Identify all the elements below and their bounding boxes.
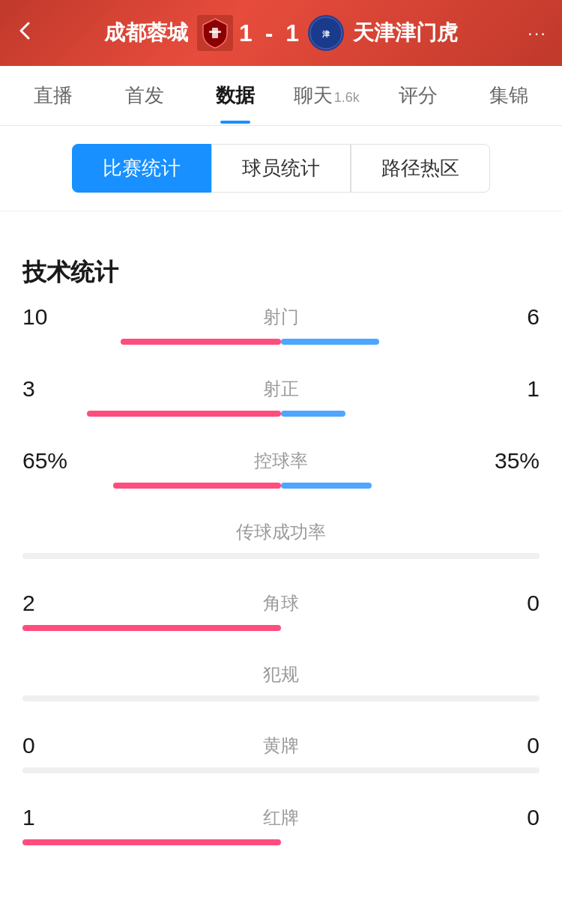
stat-label-possession: 控球率 <box>82 449 480 473</box>
tab-lineup[interactable]: 首发 <box>99 67 190 124</box>
stat-row-shots_on_target: 3射正1 <box>22 376 540 418</box>
tab-highlights[interactable]: 集锦 <box>463 67 555 124</box>
stat-label-fouls: 犯规 <box>82 662 480 686</box>
bar-track-fouls <box>22 695 540 701</box>
stats-container: 10射门63射正165%控球率35%传球成功率2角球0犯规0黄牌01红牌0 <box>0 304 562 847</box>
bar-track-pass_accuracy <box>22 553 540 559</box>
bar-empty-yellow_cards <box>22 767 540 775</box>
stat-left-val-corners: 2 <box>22 591 82 616</box>
tab-data[interactable]: 数据 <box>190 67 281 124</box>
stat-label-red_cards: 红牌 <box>82 806 480 830</box>
stat-row-pass_accuracy: 传球成功率 <box>22 520 540 561</box>
more-button[interactable]: ··· <box>517 22 547 43</box>
home-team-logo <box>197 15 233 51</box>
stat-row-red_cards: 1红牌0 <box>22 805 540 847</box>
back-button[interactable] <box>15 20 45 46</box>
header: 成都蓉城 1 - 1 津 天津津门虎 ··· <box>0 0 562 66</box>
stat-right-val-shots: 6 <box>480 304 540 330</box>
section-title: 技术统计 <box>0 234 562 304</box>
stat-label-pass_accuracy: 传球成功率 <box>82 520 480 544</box>
svg-text:津: 津 <box>322 30 330 38</box>
stat-left-val-yellow_cards: 0 <box>22 733 82 758</box>
stat-row-possession: 65%控球率35% <box>22 448 540 490</box>
nav-tabs: 直播 首发 数据 聊天1.6k 评分 集锦 <box>0 66 562 126</box>
divider-1 <box>0 211 562 211</box>
sub-tab-match-stats[interactable]: 比赛统计 <box>72 144 211 193</box>
bar-left-corners <box>22 625 281 631</box>
stat-left-val-shots_on_target: 3 <box>22 376 82 402</box>
stat-right-val-corners: 0 <box>480 591 540 616</box>
bar-left-red_cards <box>22 839 281 845</box>
stat-right-val-yellow_cards: 0 <box>480 733 540 758</box>
bar-right-possession <box>281 483 372 489</box>
bar-shots_on_target <box>22 411 540 418</box>
bar-empty-pass_accuracy <box>22 553 540 561</box>
score-block: 1 - 1 津 <box>197 15 344 51</box>
stat-row-corners: 2角球0 <box>22 591 540 632</box>
chat-badge: 1.6k <box>334 90 360 105</box>
stat-right-val-red_cards: 0 <box>480 805 540 830</box>
stat-label-yellow_cards: 黄牌 <box>82 734 480 758</box>
sub-tabs: 比赛统计 球员统计 路径热区 <box>0 126 562 211</box>
tab-rating[interactable]: 评分 <box>372 67 464 124</box>
bar-track-yellow_cards <box>22 767 540 773</box>
stat-left-val-shots: 10 <box>22 304 82 330</box>
bar-left-shots <box>121 339 281 345</box>
sub-tab-heatmap[interactable]: 路径热区 <box>351 144 490 193</box>
svg-rect-1 <box>209 31 221 33</box>
match-score: 1 - 1 <box>239 19 302 47</box>
sub-tab-player-stats[interactable]: 球员统计 <box>211 144 351 193</box>
stat-right-val-possession: 35% <box>480 448 540 474</box>
match-info: 成都蓉城 1 - 1 津 天津津门虎 <box>45 15 517 51</box>
stat-label-shots: 射门 <box>82 305 480 329</box>
bar-red_cards <box>22 839 540 847</box>
bar-empty-fouls <box>22 695 540 703</box>
bar-left-possession <box>113 483 281 489</box>
stat-label-shots_on_target: 射正 <box>82 377 480 401</box>
bar-left-shots_on_target <box>87 411 281 417</box>
away-team-logo: 津 <box>308 15 344 51</box>
bar-right-shots_on_target <box>281 411 345 417</box>
bar-corners <box>22 625 540 632</box>
stat-row-yellow_cards: 0黄牌0 <box>22 733 540 775</box>
stat-left-val-possession: 65% <box>22 448 82 474</box>
home-team-name: 成都蓉城 <box>104 19 188 47</box>
away-team-name: 天津津门虎 <box>353 19 458 47</box>
bar-right-shots <box>281 339 379 345</box>
bar-shots <box>22 339 540 346</box>
bar-possession <box>22 483 540 490</box>
stat-row-fouls: 犯规 <box>22 662 540 703</box>
stat-right-val-shots_on_target: 1 <box>480 376 540 402</box>
stat-left-val-red_cards: 1 <box>22 805 82 830</box>
tab-live[interactable]: 直播 <box>7 67 99 124</box>
tab-chat[interactable]: 聊天1.6k <box>281 67 372 124</box>
stat-row-shots: 10射门6 <box>22 304 540 346</box>
stat-label-corners: 角球 <box>82 591 480 615</box>
